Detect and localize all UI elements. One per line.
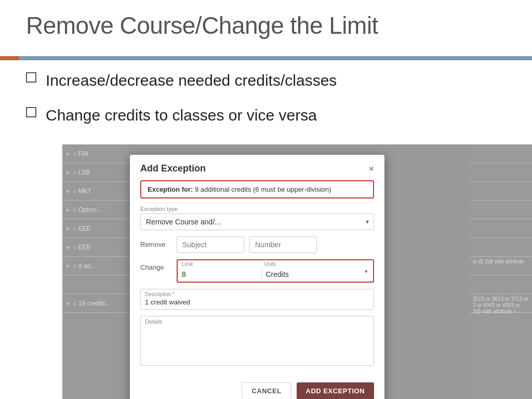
- exception-for-value: 9 additional credits (6 must be upper-di…: [195, 185, 331, 193]
- remove-row: Remove: [140, 236, 374, 253]
- change-row: Change Limit Units Credi: [140, 259, 374, 283]
- limit-input[interactable]: [179, 268, 258, 281]
- bg-right-row-4: [470, 201, 532, 219]
- units-select[interactable]: Credits Classes Units: [261, 268, 373, 281]
- limit-group: Limit Units Credits Classes Units: [177, 259, 374, 283]
- dialog-footer: CANCEL ADD EXCEPTION: [130, 382, 384, 399]
- close-icon[interactable]: ×: [368, 164, 374, 174]
- bullet-checkbox-2: [26, 107, 36, 117]
- exception-for-banner: Exception for: 9 additional credits (6 m…: [140, 180, 374, 198]
- details-label: Details: [141, 316, 374, 327]
- description-input[interactable]: [141, 297, 374, 309]
- exception-type-label: Exception type: [140, 206, 374, 212]
- bg-rows-right: in @ 3@ with attribute 3513 or 3613 or 3…: [470, 144, 532, 399]
- details-textarea[interactable]: [141, 327, 374, 363]
- dialog-wrapper: +○ FIN +○ LSB +○ MKT +○ Option... +○ EEE…: [62, 144, 532, 399]
- bg-right-row-2: [470, 163, 532, 182]
- exception-type-group: Exception type Remove Course and/... ▾: [140, 206, 374, 230]
- limit-label: Limit: [179, 261, 258, 267]
- bg-right-row-6: [470, 238, 532, 257]
- units-select-wrapper: Units Credits Classes Units ▾: [261, 261, 373, 281]
- subject-input[interactable]: [177, 236, 244, 253]
- bg-right-row-9: 3513 or 3613 or 3713 or 3 or 4943 or 495…: [470, 294, 532, 313]
- accent-bar-blue: [19, 56, 532, 60]
- bg-row-8: [62, 275, 130, 294]
- number-input[interactable]: [249, 236, 317, 253]
- units-label: Units: [261, 261, 373, 267]
- details-group: Details: [140, 316, 374, 366]
- bg-row-7: +○ 9 ad...: [62, 257, 130, 275]
- description-label: Description *: [141, 289, 374, 297]
- bullet-text-1: Increase/decrease needed credits/classes: [46, 70, 337, 90]
- bg-row-9: +○ 18 credits...: [62, 294, 130, 313]
- add-exception-dialog: Add Exception × Exception for: 9 additio…: [130, 155, 384, 399]
- exception-type-select-wrapper: Remove Course and/... ▾: [140, 214, 374, 230]
- bg-row-4: +○ Option...: [62, 201, 130, 219]
- bg-row-3: +○ MKT: [62, 182, 130, 201]
- add-exception-button[interactable]: ADD EXCEPTION: [297, 382, 374, 399]
- units-select-group: Units Credits Classes Units ▾: [261, 261, 373, 281]
- limit-input-group: Limit: [179, 261, 258, 281]
- bullet-item-1: Increase/decrease needed credits/classes: [26, 70, 506, 90]
- limit-inner: Limit Units Credits Classes Units: [179, 261, 372, 281]
- bg-row-2: +○ LSB: [62, 163, 130, 182]
- slide-container: Remove Course/Change the Limit Increase/…: [0, 0, 532, 399]
- accent-bar-orange: [0, 56, 19, 60]
- bullet-checkbox-1: [26, 72, 36, 83]
- exception-type-select[interactable]: Remove Course and/...: [140, 214, 374, 230]
- exception-for-label: Exception for:: [148, 185, 193, 193]
- slide-title: Remove Course/Change the Limit: [26, 11, 506, 39]
- bg-right-row-1: [470, 144, 532, 163]
- bg-row-6: +○ EEE: [62, 238, 130, 257]
- description-group: Description *: [140, 289, 374, 310]
- bullets-section: Increase/decrease needed credits/classes…: [26, 70, 506, 140]
- bg-right-row-7: in @ 3@ with attribute: [470, 257, 532, 275]
- dialog-body: Exception for: 9 additional credits (6 m…: [130, 180, 384, 382]
- change-label: Change: [140, 259, 171, 271]
- bg-right-row-8: [470, 275, 532, 294]
- dialog-title: Add Exception: [140, 163, 206, 174]
- bg-rows-left: +○ FIN +○ LSB +○ MKT +○ Option... +○ EEE…: [62, 144, 130, 399]
- remove-label: Remove: [140, 236, 171, 248]
- bullet-item-2: Change credits to classes or vice versa: [26, 105, 506, 125]
- bullet-text-2: Change credits to classes or vice versa: [46, 105, 317, 125]
- accent-bar: [0, 56, 532, 60]
- dialog-header: Add Exception ×: [130, 155, 384, 180]
- bg-row-1: +○ FIN: [62, 144, 130, 163]
- cancel-button[interactable]: CANCEL: [242, 382, 291, 399]
- bg-right-row-5: [470, 219, 532, 238]
- bg-right-row-3: [470, 182, 532, 201]
- bg-row-5: +○ EEE: [62, 219, 130, 238]
